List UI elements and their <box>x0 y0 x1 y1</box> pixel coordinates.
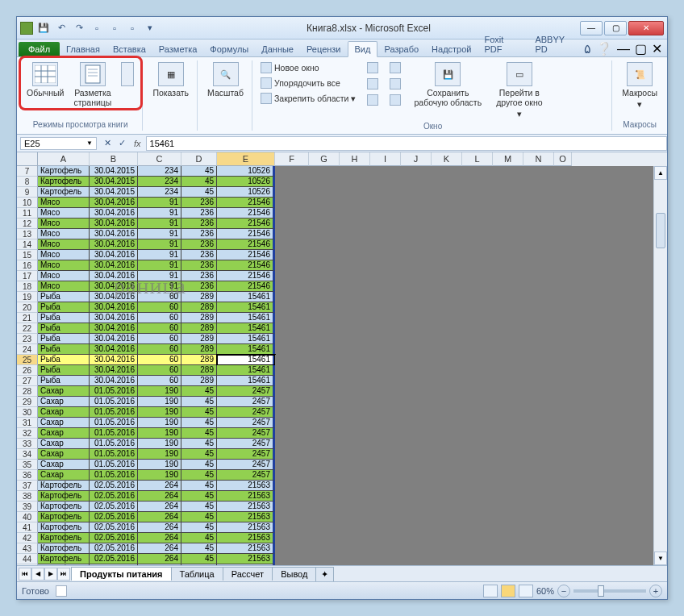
macro-record-icon[interactable] <box>56 585 67 597</box>
out-of-print-area[interactable] <box>275 543 667 554</box>
cell[interactable]: 45 <box>181 564 217 565</box>
cell[interactable]: 21563 <box>217 522 275 533</box>
cell[interactable]: 91 <box>138 229 181 239</box>
unhide-button[interactable] <box>365 93 380 107</box>
cell[interactable]: 264 <box>138 502 181 512</box>
fx-icon[interactable]: fx <box>129 139 146 148</box>
cell[interactable]: 91 <box>138 271 181 281</box>
row-header[interactable]: 28 <box>17 386 38 397</box>
cell[interactable]: 234 <box>138 166 181 177</box>
cell[interactable]: 21546 <box>217 198 275 208</box>
cell[interactable]: Мясо <box>38 271 90 281</box>
row-header[interactable]: 14 <box>17 239 38 250</box>
table-row[interactable]: 42Картофель02.05.20162644521563 <box>17 533 667 543</box>
maximize-button[interactable]: ▢ <box>604 21 627 35</box>
out-of-print-area[interactable] <box>275 365 667 376</box>
cell[interactable]: 01.05.2016 <box>90 449 138 460</box>
cell[interactable]: 45 <box>181 449 217 460</box>
out-of-print-area[interactable] <box>275 219 667 229</box>
col-header-F[interactable]: F <box>275 152 309 166</box>
status-pagelayout-view[interactable] <box>519 585 533 597</box>
cell[interactable]: 2457 <box>217 460 275 470</box>
col-header-B[interactable]: B <box>90 152 138 166</box>
out-of-print-area[interactable] <box>275 522 667 533</box>
cell[interactable]: Картофель <box>38 502 90 512</box>
row-header[interactable]: 36 <box>17 470 38 481</box>
cell[interactable]: 21563 <box>217 543 275 554</box>
cell[interactable]: 01.05.2016 <box>90 397 138 407</box>
cell[interactable]: 236 <box>181 281 217 292</box>
cell[interactable]: Мясо <box>38 239 90 250</box>
cell[interactable]: 02.05.2016 <box>90 491 138 502</box>
out-of-print-area[interactable] <box>275 386 667 397</box>
cell[interactable]: 289 <box>181 313 217 323</box>
cell[interactable]: 236 <box>181 250 217 260</box>
cell[interactable]: 264 <box>138 512 181 522</box>
out-of-print-area[interactable] <box>275 239 667 250</box>
cell[interactable]: 264 <box>138 564 181 565</box>
sheet-tab-3[interactable]: Рассчет <box>223 567 273 581</box>
out-of-print-area[interactable] <box>275 554 667 564</box>
cell[interactable]: Рыба <box>38 302 90 313</box>
cell[interactable]: 30.04.2016 <box>90 219 138 229</box>
table-row[interactable]: 32Сахар01.05.2016190452457 <box>17 428 667 439</box>
show-button[interactable]: ▦ Показать <box>149 60 192 99</box>
cell[interactable]: 02.05.2016 <box>90 543 138 554</box>
cell[interactable]: 2457 <box>217 428 275 439</box>
cell[interactable]: 21546 <box>217 219 275 229</box>
row-header[interactable]: 33 <box>17 439 38 449</box>
cell[interactable]: 30.04.2016 <box>90 365 138 376</box>
out-of-print-area[interactable] <box>275 302 667 313</box>
out-of-print-area[interactable] <box>275 313 667 323</box>
cell[interactable]: 2457 <box>217 418 275 428</box>
col-header-J[interactable]: J <box>401 152 432 166</box>
cell[interactable]: 289 <box>181 344 217 355</box>
cell[interactable]: 289 <box>181 376 217 386</box>
cell[interactable]: Рыба <box>38 334 90 344</box>
tab-addins[interactable]: Надстрой <box>425 42 478 56</box>
sheet-nav-last[interactable]: ⏭ <box>57 568 70 581</box>
cell[interactable]: Сахар <box>38 397 90 407</box>
row-header[interactable]: 27 <box>17 376 38 386</box>
cell[interactable]: Мясо <box>38 208 90 219</box>
table-row[interactable]: 17Мясо30.04.20169123621546 <box>17 271 667 281</box>
table-row[interactable]: 8Картофель30.04.20152344510526 <box>17 177 667 187</box>
row-header[interactable]: 22 <box>17 323 38 334</box>
cell[interactable]: 91 <box>138 198 181 208</box>
help-icon[interactable]: ❔ <box>596 41 612 56</box>
sheet-nav-prev[interactable]: ◀ <box>31 568 44 581</box>
tab-abbyy[interactable]: ABBYY PD <box>528 32 584 56</box>
fx-cancel-icon[interactable]: ✕ <box>100 136 115 151</box>
table-row[interactable]: 15Мясо30.04.20169123621546 <box>17 250 667 260</box>
name-box[interactable]: E25▼ <box>20 137 97 150</box>
cell[interactable]: 234 <box>138 177 181 187</box>
cell[interactable]: Картофель <box>38 564 90 565</box>
side-by-side-button[interactable] <box>388 60 402 75</box>
cell[interactable]: 190 <box>138 407 181 418</box>
cell[interactable]: Мясо <box>38 260 90 271</box>
cell[interactable]: 236 <box>181 198 217 208</box>
tab-view[interactable]: Вид <box>348 41 378 57</box>
switch-window-button[interactable]: ▭ Перейти в другое окно ▾ <box>493 60 545 120</box>
out-of-print-area[interactable] <box>275 533 667 543</box>
cell[interactable]: 21563 <box>217 512 275 522</box>
save-workspace-button[interactable]: 💾 Сохранить рабочую область <box>411 60 485 109</box>
cell[interactable]: 15461 <box>217 334 275 344</box>
row-header[interactable]: 8 <box>17 177 38 187</box>
table-row[interactable]: 38Картофель02.05.20162644521563 <box>17 491 667 502</box>
row-header[interactable]: 41 <box>17 522 38 533</box>
row-header[interactable]: 35 <box>17 460 38 470</box>
zoom-level[interactable]: 60% <box>536 586 554 596</box>
row-header[interactable]: 29 <box>17 397 38 407</box>
cell[interactable]: Картофель <box>38 543 90 554</box>
qat-btn-6[interactable]: ▫ <box>125 21 140 35</box>
table-row[interactable]: 16Мясо30.04.20169123621546 <box>17 260 667 271</box>
row-header[interactable]: 7 <box>17 166 38 177</box>
cell[interactable]: Сахар <box>38 407 90 418</box>
out-of-print-area[interactable] <box>275 198 667 208</box>
arrange-all-button[interactable]: Упорядочить все <box>259 76 357 90</box>
worksheet-grid[interactable]: ABCDEFGHIJKLMNO 7Картофель30.04.20152344… <box>17 152 667 565</box>
cell[interactable]: 60 <box>138 323 181 334</box>
cell[interactable]: 45 <box>181 386 217 397</box>
split-button[interactable] <box>365 60 380 75</box>
